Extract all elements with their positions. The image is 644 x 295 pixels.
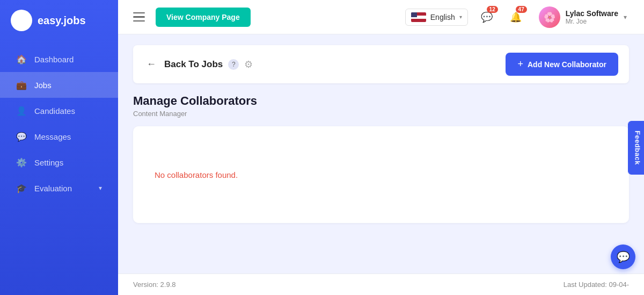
- page-subtitle: Content Manager: [133, 110, 629, 118]
- sidebar-item-settings-label: Settings: [34, 158, 63, 167]
- collaborators-box: No collaborators found.: [133, 126, 629, 223]
- us-flag-icon: [411, 12, 426, 22]
- sidebar-item-jobs[interactable]: 💼 Jobs: [0, 72, 118, 98]
- user-chevron-icon: ▾: [624, 13, 627, 21]
- sidebar-item-candidates[interactable]: 👤 Candidates: [0, 98, 118, 124]
- sidebar-item-evaluation[interactable]: 🎓 Evaluation ▾: [0, 175, 118, 201]
- no-collaborators-message: No collaborators found.: [144, 170, 238, 179]
- add-new-collaborator-button[interactable]: + Add New Collaborator: [506, 53, 618, 76]
- app-logo-icon: [11, 10, 32, 31]
- messages-icon: 💬: [16, 131, 27, 142]
- sidebar-item-candidates-label: Candidates: [34, 106, 75, 116]
- chat-icon: 💬: [481, 11, 493, 23]
- sidebar-item-settings[interactable]: ⚙️ Settings: [0, 149, 118, 175]
- chat-bubble-button[interactable]: 💬: [611, 244, 635, 269]
- page-title: Manage Collaborators: [133, 94, 629, 108]
- view-company-button[interactable]: View Company Page: [156, 8, 251, 27]
- chat-bubble-icon: 💬: [617, 250, 630, 263]
- sidebar-item-jobs-label: Jobs: [34, 81, 52, 90]
- hamburger-line: [133, 12, 145, 14]
- page-content: ← Back To Jobs ? ⚙ + Add New Collaborato…: [118, 34, 644, 274]
- sidebar-item-dashboard-label: Dashboard: [34, 55, 74, 64]
- sidebar-navigation: 🏠 Dashboard 💼 Jobs 👤 Candidates 💬 Messag…: [0, 46, 118, 201]
- user-name: Lylac Software: [566, 9, 618, 18]
- language-chevron-icon: ▾: [459, 14, 462, 20]
- sidebar-item-dashboard[interactable]: 🏠 Dashboard: [0, 46, 118, 72]
- bell-notification-button[interactable]: 🔔 47: [506, 7, 526, 27]
- page-footer: Version: 2.9.8 Last Updated: 09-04-: [118, 274, 644, 295]
- back-button[interactable]: ←: [144, 57, 159, 72]
- user-info: Lylac Software Mr. Joe: [566, 9, 618, 25]
- app-name: easy.jobs: [38, 15, 86, 27]
- chevron-down-icon: ▾: [99, 184, 102, 192]
- top-header: View Company Page English ▾ 💬 12 🔔 47 🌸 …: [118, 0, 644, 34]
- settings-icon: ⚙️: [16, 157, 27, 168]
- language-selector[interactable]: English ▾: [405, 9, 468, 26]
- chat-notification-button[interactable]: 💬 12: [477, 7, 497, 27]
- sidebar-item-evaluation-label: Evaluation: [34, 184, 72, 193]
- sidebar-logo: easy.jobs: [0, 0, 118, 41]
- last-updated-label: Last Updated: 09-04-: [564, 280, 629, 289]
- page-title-area: Manage Collaborators Content Manager: [133, 94, 629, 118]
- hamburger-button[interactable]: [131, 10, 147, 24]
- version-label: Version: 2.9.8: [133, 280, 176, 289]
- bell-icon: 🔔: [510, 11, 522, 23]
- evaluation-icon: 🎓: [16, 183, 27, 193]
- chat-badge: 12: [487, 6, 498, 13]
- sidebar-item-messages[interactable]: 💬 Messages: [0, 124, 118, 149]
- candidates-icon: 👤: [16, 105, 27, 116]
- svg-rect-2: [21, 20, 23, 24]
- plus-icon: +: [517, 59, 523, 70]
- user-profile[interactable]: 🌸 Lylac Software Mr. Joe ▾: [535, 4, 631, 30]
- feedback-tab[interactable]: Feedback: [628, 121, 644, 175]
- avatar: 🌸: [539, 6, 560, 28]
- jobs-icon: 💼: [16, 80, 27, 90]
- dashboard-icon: 🏠: [16, 54, 27, 64]
- bell-badge: 47: [516, 6, 527, 13]
- gear-icon[interactable]: ⚙: [244, 59, 253, 70]
- svg-point-1: [20, 17, 23, 19]
- language-label: English: [430, 13, 455, 21]
- sidebar-item-messages-label: Messages: [34, 132, 71, 141]
- help-icon[interactable]: ?: [228, 59, 239, 70]
- hamburger-line: [133, 16, 145, 18]
- main-content: View Company Page English ▾ 💬 12 🔔 47 🌸 …: [118, 0, 644, 295]
- sidebar: easy.jobs 🏠 Dashboard 💼 Jobs 👤 Candidate…: [0, 0, 118, 295]
- back-title: Back To Jobs: [164, 59, 223, 70]
- user-role: Mr. Joe: [566, 18, 618, 25]
- back-bar: ← Back To Jobs ? ⚙ + Add New Collaborato…: [133, 45, 629, 83]
- hamburger-line: [133, 20, 145, 22]
- add-collaborator-label: Add New Collaborator: [528, 60, 606, 69]
